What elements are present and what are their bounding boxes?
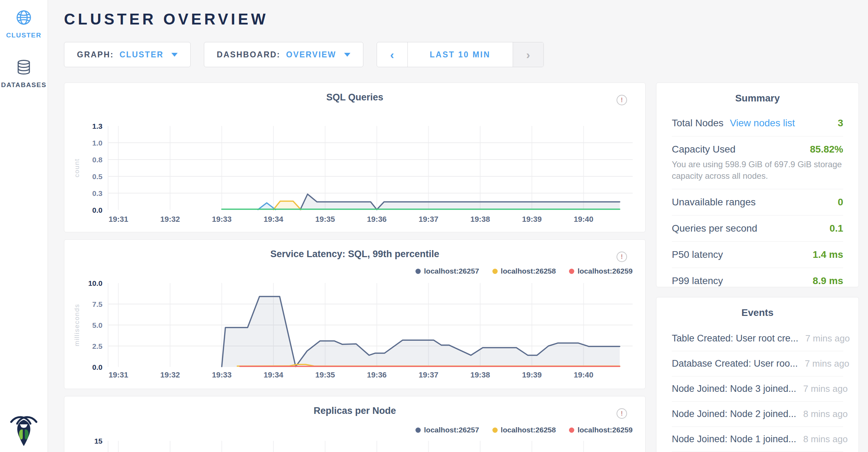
summary-row: Queries per second0.1	[672, 216, 843, 242]
event-time: 8 mins ago	[803, 409, 848, 419]
event-time: 7 mins ago	[805, 358, 849, 369]
time-range-picker: ‹ LAST 10 MIN ›	[377, 42, 544, 67]
sql-queries-card: SQL Queries ! 1.31.00.80.50.30.019:3119:…	[64, 83, 646, 232]
chart-legend: localhost:26257localhost:26258localhost:…	[415, 267, 633, 275]
event-label: Node Joined: Node 3 joined...	[672, 383, 796, 394]
legend-label: localhost:26257	[424, 426, 479, 434]
summary-row-label: P50 latency	[672, 249, 723, 260]
sidebar-item-databases[interactable]: DATABASES	[0, 59, 48, 89]
svg-text:0.0: 0.0	[92, 363, 102, 371]
graph-dropdown[interactable]: GRAPH: CLUSTER	[64, 42, 191, 67]
event-label: Database Created: User roo...	[672, 358, 798, 369]
graph-dropdown-value: CLUSTER	[120, 50, 164, 59]
legend-label: localhost:26259	[577, 267, 633, 275]
controls-bar: GRAPH: CLUSTER DASHBOARD: OVERVIEW ‹ LAS…	[64, 42, 868, 67]
legend-label: localhost:26258	[501, 267, 556, 275]
svg-text:19:34: 19:34	[264, 370, 284, 379]
time-range-label[interactable]: LAST 10 MIN	[408, 42, 513, 67]
event-rows: Table Created: User root cre...7 mins ag…	[672, 326, 843, 452]
service-latency-card: Service Latency: SQL, 99th percentile ! …	[64, 239, 646, 389]
svg-text:19:38: 19:38	[470, 215, 490, 224]
service-latency-chart[interactable]: 10.07.55.02.50.019:3119:3219:3319:3419:3…	[64, 240, 645, 384]
chart-title: Service Latency: SQL, 99th percentile	[64, 240, 645, 260]
summary-panel: Summary Total NodesView nodes list3Capac…	[656, 83, 859, 287]
legend-dot-icon	[569, 428, 574, 433]
svg-text:19:39: 19:39	[522, 215, 542, 224]
time-prev-button[interactable]: ‹	[377, 42, 408, 67]
event-time: 8 mins ago	[803, 434, 848, 445]
view-nodes-link[interactable]: View nodes list	[730, 118, 795, 128]
legend-label: localhost:26258	[501, 426, 556, 434]
svg-text:10.0: 10.0	[88, 279, 102, 287]
svg-text:2.5: 2.5	[92, 342, 103, 350]
sidebar-item-cluster[interactable]: CLUSTER	[0, 9, 48, 39]
summary-row: Unavailable ranges0	[672, 189, 843, 216]
time-next-button[interactable]: ›	[513, 42, 543, 67]
summary-title: Summary	[672, 83, 843, 104]
sidebar-item-label: DATABASES	[1, 81, 47, 89]
globe-icon	[15, 9, 32, 27]
event-row: Node Joined: Node 3 joined...7 mins ago	[672, 376, 843, 402]
summary-row: Total NodesView nodes list3	[672, 110, 843, 136]
info-icon[interactable]: !	[617, 408, 627, 419]
svg-text:19:35: 19:35	[315, 215, 335, 224]
legend-dot-icon	[492, 269, 498, 274]
info-icon[interactable]: !	[617, 252, 627, 262]
svg-text:10: 10	[94, 450, 102, 452]
event-label: Node Joined: Node 2 joined...	[672, 409, 796, 419]
page-title: CLUSTER OVERVIEW	[64, 10, 868, 28]
svg-text:5.0: 5.0	[92, 321, 102, 329]
sql-queries-chart[interactable]: 1.31.00.80.50.30.019:3119:3219:3319:3419…	[64, 83, 645, 227]
legend-item: localhost:26259	[569, 267, 633, 275]
dashboard-dropdown[interactable]: DASHBOARD: OVERVIEW	[204, 42, 363, 67]
summary-row: P50 latency1.4 ms	[672, 242, 843, 268]
info-icon[interactable]: !	[617, 95, 627, 105]
legend-dot-icon	[569, 269, 574, 274]
summary-row-value: 0	[838, 197, 843, 208]
svg-text:milliseconds: milliseconds	[73, 304, 80, 346]
summary-row-value: 8.9 ms	[813, 275, 843, 287]
summary-row: Capacity Used85.82%You are using 598.9 G…	[672, 136, 843, 189]
svg-text:19:32: 19:32	[160, 215, 180, 224]
summary-row-value: 1.4 ms	[813, 249, 843, 260]
svg-text:0.3: 0.3	[92, 189, 102, 197]
chevron-down-icon	[344, 53, 350, 57]
svg-text:count: count	[73, 158, 80, 177]
summary-row-label: P99 latency	[672, 275, 723, 286]
event-row: Database Created: User roo...7 mins ago	[672, 351, 843, 376]
legend-dot-icon	[415, 269, 421, 274]
chevron-down-icon	[171, 53, 178, 57]
graph-dropdown-label: GRAPH:	[77, 50, 114, 59]
databases-icon	[15, 59, 32, 77]
svg-text:19:31: 19:31	[108, 370, 128, 379]
summary-row-label: Queries per second	[672, 223, 757, 234]
cockroachdb-logo-icon	[10, 413, 38, 448]
legend-dot-icon	[492, 428, 498, 433]
summary-row-label: Unavailable ranges	[672, 197, 756, 207]
summary-row-value: 0.1	[830, 223, 843, 234]
svg-text:19:33: 19:33	[212, 215, 232, 224]
events-panel: Events Table Created: User root cre...7 …	[656, 297, 859, 452]
svg-text:19:36: 19:36	[367, 370, 386, 379]
main-content: CLUSTER OVERVIEW GRAPH: CLUSTER DASHBOAR…	[48, 0, 868, 452]
summary-row-label: Capacity Used	[672, 144, 735, 155]
event-time: 7 mins ago	[803, 383, 848, 394]
chart-title: SQL Queries	[64, 83, 645, 103]
capacity-subtext: You are using 598.9 GiB of 697.9 GiB sto…	[672, 158, 843, 182]
legend-item: localhost:26258	[492, 267, 556, 275]
legend-item: localhost:26258	[492, 426, 556, 434]
event-row: Node Joined: Node 2 joined...8 mins ago	[672, 402, 843, 427]
legend-dot-icon	[415, 428, 421, 433]
event-time: 7 mins ago	[805, 333, 850, 344]
svg-text:19:32: 19:32	[160, 370, 180, 379]
replicas-per-node-card: Replicas per Node ! localhost:26257local…	[64, 396, 646, 452]
dashboard-dropdown-label: DASHBOARD:	[217, 50, 280, 59]
sidebar-item-label: CLUSTER	[6, 31, 42, 39]
svg-text:19:33: 19:33	[212, 370, 232, 379]
svg-text:19:37: 19:37	[419, 215, 438, 224]
event-row: Table Created: User root cre...7 mins ag…	[672, 326, 843, 351]
summary-row: P99 latency8.9 ms	[672, 268, 843, 294]
svg-text:19:36: 19:36	[367, 215, 386, 224]
legend-item: localhost:26257	[415, 426, 479, 434]
event-label: Node Joined: Node 1 joined...	[672, 434, 796, 445]
